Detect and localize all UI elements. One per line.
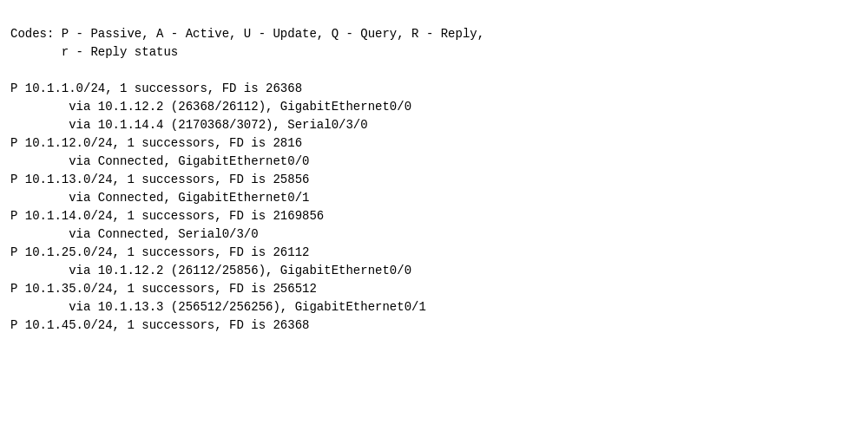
terminal-line: P 10.1.45.0/24, 1 successors, FD is 2636… (10, 316, 858, 335)
terminal-line: P 10.1.13.0/24, 1 successors, FD is 2585… (10, 171, 858, 189)
terminal-line: via Connected, GigabitEthernet0/0 (10, 153, 858, 171)
terminal-line: P 10.1.14.0/24, 1 successors, FD is 2169… (10, 207, 858, 225)
terminal-line: P 10.1.25.0/24, 1 successors, FD is 2611… (10, 244, 858, 262)
terminal-line (10, 62, 858, 80)
terminal-line: Codes: P - Passive, A - Active, U - Upda… (10, 25, 858, 43)
terminal-line: via Connected, Serial0/3/0 (10, 225, 858, 244)
terminal-output: Codes: P - Passive, A - Active, U - Upda… (10, 7, 858, 335)
terminal-line: via 10.1.14.4 (2170368/3072), Serial0/3/… (10, 116, 858, 134)
terminal-line: via 10.1.12.2 (26368/26112), GigabitEthe… (10, 98, 858, 116)
terminal-line: via 10.1.13.3 (256512/256256), GigabitEt… (10, 298, 858, 316)
terminal-line: P 10.1.12.0/24, 1 successors, FD is 2816 (10, 134, 858, 153)
terminal-line: P 10.1.1.0/24, 1 successors, FD is 26368 (10, 80, 858, 98)
terminal-line: P 10.1.35.0/24, 1 successors, FD is 2565… (10, 280, 858, 298)
terminal-line: r - Reply status (10, 43, 858, 62)
terminal-line: via 10.1.12.2 (26112/25856), GigabitEthe… (10, 262, 858, 280)
terminal-line: via Connected, GigabitEthernet0/1 (10, 189, 858, 207)
